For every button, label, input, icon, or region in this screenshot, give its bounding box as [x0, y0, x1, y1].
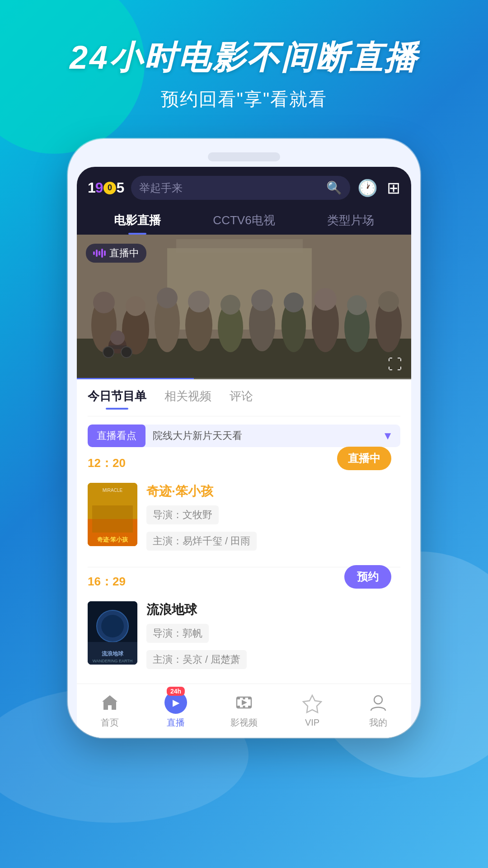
filter-arrow-icon[interactable]: ▼ — [375, 425, 400, 447]
search-placeholder: 举起手来 — [139, 181, 322, 195]
live-circle-icon: 24h — [164, 691, 187, 714]
home-nav-icon — [99, 691, 121, 714]
movie-info-2: 流浪地球 导演：郭帆 主演：吴京 / 屈楚萧 — [146, 601, 335, 676]
nav-label-vip: VIP — [305, 717, 319, 728]
svg-rect-44 — [237, 706, 240, 708]
svg-marker-49 — [303, 695, 321, 712]
logo-5: 5 — [117, 179, 124, 196]
film-nav-icon — [233, 691, 255, 714]
tab-comments[interactable]: 评论 — [230, 388, 253, 409]
search-icon[interactable]: 🔍 — [326, 180, 342, 195]
filter-bar[interactable]: 直播看点 院线大片新片天天看 ▼ — [88, 425, 400, 447]
phone-notch — [77, 152, 411, 161]
logo-0: 0 — [103, 182, 116, 194]
tab-cctv6[interactable]: CCTV6电视 — [204, 208, 284, 235]
cast-1: 主演：易烊千玺 / 田雨 — [146, 532, 257, 551]
live-24h-badge: 24h — [167, 687, 185, 696]
vip-nav-icon — [301, 692, 324, 715]
app-header: 1905 举起手来 🔍 🕐 ⊞ 电影直播 — [77, 167, 411, 235]
tab-schedule[interactable]: 今日节目单 — [88, 388, 146, 409]
phone-screen: 1905 举起手来 🔍 🕐 ⊞ 电影直播 — [77, 167, 411, 738]
schedule-item-2: 流浪地球 WANDERING EARTH 流浪地球 导演：郭帆 主演：吴京 / … — [88, 594, 400, 684]
director-1: 导演：文牧野 — [146, 505, 219, 524]
movie-title-1: 奇迹·笨小孩 — [146, 483, 328, 500]
live-badge-text: 直播中 — [109, 246, 139, 260]
svg-rect-42 — [237, 697, 240, 699]
svg-text:奇迹·笨小孩: 奇迹·笨小孩 — [97, 536, 129, 543]
phone-mockup: 1905 举起手来 🔍 🕐 ⊞ 电影直播 — [68, 139, 420, 738]
svg-rect-43 — [248, 697, 251, 699]
director-2: 导演：郭帆 — [146, 624, 209, 643]
live-now-button[interactable]: 直播中 — [337, 447, 391, 470]
grid-icon[interactable]: ⊞ — [387, 179, 400, 198]
profile-nav-icon — [367, 691, 389, 714]
svg-rect-46 — [243, 697, 245, 699]
nav-item-videos[interactable]: 影视频 — [230, 691, 258, 729]
svg-text:WANDERING EARTH: WANDERING EARTH — [93, 659, 133, 663]
cast-row-1: 主演：易烊千玺 / 田雨 — [146, 532, 328, 554]
live-wave-icon — [93, 249, 106, 258]
svg-point-37 — [101, 615, 124, 637]
poster-wandering-earth: 流浪地球 WANDERING EARTH — [88, 601, 137, 665]
phone-frame: 1905 举起手来 🔍 🕐 ⊞ 电影直播 — [68, 139, 420, 738]
tab-related-videos[interactable]: 相关视频 — [164, 388, 211, 409]
poster-miracle-bg: 奇迹·笨小孩 MIRACLE — [88, 483, 137, 546]
nav-label-home: 首页 — [101, 717, 119, 729]
profile-icon-svg — [368, 693, 388, 712]
director-row-2: 导演：郭帆 — [146, 624, 335, 646]
home-icon-svg — [100, 693, 120, 712]
tab-genre[interactable]: 类型片场 — [318, 208, 383, 235]
nav-item-home[interactable]: 首页 — [99, 691, 121, 729]
movie-info-1: 奇迹·笨小孩 导演：文牧野 主演：易烊千玺 / 田雨 — [146, 483, 328, 558]
header-section: 24小时电影不间断直播 预约回看"享"看就看 — [0, 0, 488, 112]
filter-tag: 直播看点 — [88, 425, 145, 447]
svg-text:流浪地球: 流浪地球 — [102, 651, 124, 657]
tab-movie-live[interactable]: 电影直播 — [105, 208, 170, 235]
content-section: 今日节目单 相关视频 评论 直播看点 院线大片新片天天看 ▼ 12：20 — [77, 379, 411, 684]
nav-label-profile: 我的 — [369, 717, 387, 729]
nav-item-vip[interactable]: VIP — [301, 692, 324, 728]
svg-marker-48 — [242, 700, 247, 705]
svg-rect-45 — [248, 706, 251, 708]
poster-wandering-bg: 流浪地球 WANDERING EARTH — [88, 601, 137, 665]
top-bar: 1905 举起手来 🔍 🕐 ⊞ — [88, 176, 400, 200]
video-player[interactable]: 直播中 ⛶ — [77, 235, 411, 379]
app-logo: 1905 — [88, 179, 124, 196]
nav-item-live[interactable]: 24h 直播 — [164, 691, 187, 729]
content-tabs: 今日节目单 相关视频 评论 — [88, 379, 400, 416]
filter-label: 院线大片新片天天看 — [145, 425, 375, 447]
video-progress-fill — [77, 378, 194, 379]
phone-speaker — [208, 152, 280, 161]
fullscreen-icon[interactable]: ⛶ — [388, 356, 402, 373]
movie-title-2: 流浪地球 — [146, 601, 335, 618]
search-bar[interactable]: 举起手来 🔍 — [131, 176, 350, 200]
vip-icon-svg — [302, 693, 322, 713]
logo-1: 1 — [88, 179, 95, 196]
main-title: 24小时电影不间断直播 — [0, 36, 488, 80]
svg-rect-32 — [92, 505, 133, 533]
header-icons: 🕐 ⊞ — [357, 179, 400, 198]
nav-label-live: 直播 — [167, 717, 185, 729]
logo-9: 9 — [95, 179, 103, 196]
live-badge: 直播中 — [86, 244, 146, 263]
nav-label-videos: 影视频 — [230, 717, 258, 729]
director-row-1: 导演：文牧野 — [146, 505, 328, 528]
svg-point-50 — [374, 696, 382, 704]
wandering-poster-svg: 流浪地球 WANDERING EARTH — [88, 601, 137, 665]
cast-row-2: 主演：吴京 / 屈楚萧 — [146, 650, 335, 673]
nav-item-profile[interactable]: 我的 — [367, 691, 389, 729]
video-controls: ⛶ — [388, 356, 402, 373]
film-icon-svg — [234, 693, 254, 712]
poster-miracle: 奇迹·笨小孩 MIRACLE — [88, 483, 137, 546]
video-progress-bar[interactable] — [77, 378, 411, 379]
bottom-nav: 首页 24h 直播 — [77, 684, 411, 738]
live-nav-icon: 24h — [164, 691, 187, 714]
cast-2: 主演：吴京 / 屈楚萧 — [146, 650, 247, 669]
reserve-button[interactable]: 预约 — [344, 565, 391, 589]
schedule-item-1: 奇迹·笨小孩 MIRACLE 奇迹·笨小孩 导演：文牧野 主演：易烊千玺 / 田… — [88, 476, 400, 565]
sub-title: 预约回看"享"看就看 — [0, 87, 488, 112]
app-nav-tabs: 电影直播 CCTV6电视 类型片场 — [88, 208, 400, 235]
svg-rect-47 — [243, 706, 245, 708]
miracle-poster-svg: 奇迹·笨小孩 MIRACLE — [88, 483, 137, 546]
history-icon[interactable]: 🕐 — [357, 179, 378, 198]
